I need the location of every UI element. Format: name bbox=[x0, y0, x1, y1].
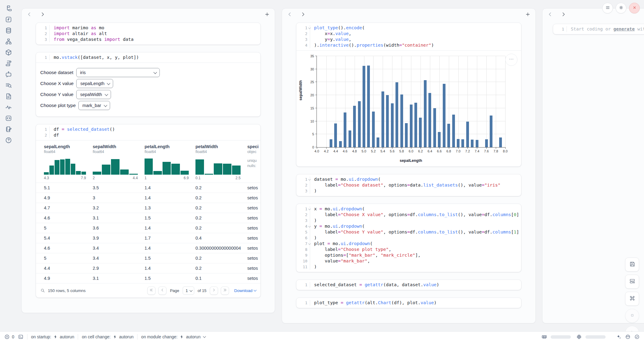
code-editor[interactable]: 1plot_type().encode(2 x=x.value,3 y=y.va… bbox=[296, 23, 521, 50]
table-body: 5.13.51.40.2setos4.931.40.2setos4.73.21.… bbox=[36, 183, 260, 283]
chart-bar bbox=[391, 103, 394, 147]
dropdown[interactable]: iris bbox=[76, 68, 160, 77]
code-editor[interactable]: 1mo.vstack([dataset, x, y, plot]) bbox=[36, 52, 260, 62]
table-row[interactable]: 5.13.51.40.2setos bbox=[36, 183, 260, 193]
connection-status-icon[interactable] bbox=[634, 334, 640, 340]
chart-bar bbox=[358, 101, 361, 147]
error-circle-icon bbox=[4, 334, 10, 340]
chart-bar bbox=[457, 139, 460, 147]
document-icon[interactable] bbox=[5, 93, 12, 100]
column-next-icon[interactable] bbox=[561, 12, 566, 17]
dropdown[interactable]: sepalWidth bbox=[76, 90, 111, 99]
code-line: 3 y=y.value, bbox=[296, 37, 521, 42]
help-icon[interactable] bbox=[5, 137, 12, 144]
chart-bar bbox=[476, 140, 478, 147]
code-editor[interactable]: 1import marimo as mo2import altair as al… bbox=[36, 23, 260, 45]
activity-icon[interactable] bbox=[5, 104, 12, 111]
last-page-button[interactable] bbox=[221, 287, 229, 295]
stop-button[interactable] bbox=[625, 309, 639, 323]
bolt-icon bbox=[53, 335, 58, 339]
search-list-icon[interactable] bbox=[5, 82, 12, 89]
code-line: 1selected_dataset = getattr(data, datase… bbox=[296, 282, 521, 288]
code-editor[interactable]: 1x = mo.ui.dropdown(2 label="Choose X va… bbox=[296, 204, 521, 272]
chart-bar bbox=[400, 94, 403, 147]
column-prev-icon[interactable] bbox=[287, 12, 292, 17]
form-field: Choose plot typemark_bar bbox=[40, 100, 256, 111]
terminal-icon[interactable] bbox=[18, 334, 23, 340]
menu-button[interactable] bbox=[602, 3, 613, 13]
prev-page-button[interactable] bbox=[158, 287, 166, 295]
save-button[interactable] bbox=[625, 258, 639, 272]
dropdown[interactable]: sepalLength bbox=[76, 79, 113, 88]
form-field: Choose datasetiris bbox=[40, 67, 256, 78]
code-line: 1import marimo as mo bbox=[36, 25, 260, 31]
shutdown-button[interactable] bbox=[629, 3, 640, 13]
code-line: 11) bbox=[296, 264, 521, 270]
first-page-button[interactable] bbox=[147, 287, 156, 295]
table-row[interactable]: 4.93.11.50.1setos bbox=[36, 273, 260, 283]
runtime-config-item[interactable]: on cell change:autorun bbox=[82, 334, 134, 339]
search-icon[interactable] bbox=[40, 288, 45, 293]
runtime-config-item[interactable]: on module change:autorun bbox=[141, 334, 206, 339]
copilot-icon[interactable] bbox=[625, 334, 631, 340]
scratchpad-icon[interactable] bbox=[5, 126, 12, 133]
settings-button[interactable] bbox=[616, 3, 626, 13]
table-row[interactable]: 5.43.91.70.4setos bbox=[36, 233, 260, 243]
chart-bar bbox=[349, 130, 351, 147]
chart-menu-button[interactable] bbox=[505, 54, 517, 66]
column-header[interactable]: sepalWidthfloat6424.4 bbox=[93, 144, 145, 180]
altair-chart[interactable]: sepalWidth 051015202530354.04.24.44.64.8… bbox=[296, 51, 521, 166]
column-prev-icon[interactable] bbox=[547, 12, 553, 17]
column-histogram bbox=[44, 156, 86, 175]
table-row[interactable]: 4.42.91.40.2setos bbox=[36, 263, 260, 273]
code-snippets-icon[interactable] bbox=[5, 115, 12, 122]
schema-icon[interactable] bbox=[5, 38, 12, 45]
script-icon[interactable] bbox=[5, 60, 12, 67]
command-palette-button[interactable] bbox=[625, 292, 639, 306]
column-header[interactable]: petalWidthfloat640.12.5 bbox=[195, 144, 247, 180]
function-square-icon[interactable] bbox=[5, 16, 12, 23]
chart-bar bbox=[471, 140, 474, 147]
chart-bar bbox=[419, 118, 422, 147]
database-icon[interactable] bbox=[5, 27, 12, 34]
code-editor[interactable]: 1selected_dataset = getattr(data, datase… bbox=[296, 280, 521, 290]
generate-with-ai-link[interactable]: generate bbox=[614, 27, 635, 31]
add-cell-icon[interactable] bbox=[525, 12, 531, 17]
download-button[interactable]: Download bbox=[234, 288, 256, 293]
cpu-usage-meter bbox=[585, 335, 606, 339]
chart-plot-area[interactable]: 051015202530354.04.24.44.64.85.05.25.45.… bbox=[317, 56, 505, 148]
vstack-output: Choose datasetirisChoose X valuesepalLen… bbox=[36, 62, 260, 116]
errors-indicator[interactable]: 0 bbox=[4, 334, 14, 340]
table-row[interactable]: 53.41.50.2setos bbox=[36, 253, 260, 263]
column-header[interactable]: petalLengthfloat6416.9 bbox=[145, 144, 195, 180]
code-line: 1mo.vstack([dataset, x, y, plot]) bbox=[36, 55, 260, 60]
code-editor[interactable]: 1plot_type = getattr(alt.Chart(df), plot… bbox=[296, 298, 521, 308]
chart-bar bbox=[395, 82, 398, 147]
package-icon[interactable] bbox=[5, 49, 12, 56]
column-header[interactable]: sepalLengthfloat644.37.9 bbox=[44, 144, 93, 180]
table-row[interactable]: 4.931.40.2setos bbox=[36, 193, 260, 203]
next-page-button[interactable] bbox=[210, 287, 218, 295]
dropdown[interactable]: mark_bar bbox=[78, 101, 110, 110]
chatbot-icon[interactable] bbox=[5, 71, 12, 78]
page-select[interactable]: 1 bbox=[183, 287, 194, 295]
runtime-config-item[interactable]: on startup:autorun bbox=[31, 334, 74, 339]
column-next-icon[interactable] bbox=[300, 12, 306, 17]
table-row[interactable]: 4.63.41.40.30000000000000004setos bbox=[36, 243, 260, 253]
code-line: 7plot = mo.ui.dropdown( bbox=[296, 241, 521, 247]
column-header[interactable]: speciobjecuniqunulls: bbox=[247, 144, 260, 180]
code-editor[interactable]: 1dataset = mo.ui.dropdown(2 label="Choos… bbox=[296, 174, 521, 196]
code-line: 1plot_type().encode( bbox=[296, 25, 521, 31]
add-cell-icon[interactable] bbox=[264, 12, 270, 17]
code-editor[interactable]: 1df = selected_dataset()2df bbox=[36, 124, 260, 140]
table-row[interactable]: 53.61.40.2setos bbox=[36, 223, 260, 233]
code-line: 3) bbox=[296, 188, 521, 194]
ai-sparkles-icon[interactable] bbox=[616, 334, 621, 340]
file-tree-icon[interactable] bbox=[5, 5, 12, 12]
table-row[interactable]: 4.63.11.50.2setos bbox=[36, 213, 260, 223]
layout-button[interactable] bbox=[625, 275, 639, 289]
column-next-icon[interactable] bbox=[40, 12, 45, 17]
code-editor[interactable]: 1 Start coding or generate with bbox=[553, 24, 644, 34]
table-row[interactable]: 4.73.21.30.2setos bbox=[36, 203, 260, 213]
column-prev-icon[interactable] bbox=[27, 12, 32, 17]
